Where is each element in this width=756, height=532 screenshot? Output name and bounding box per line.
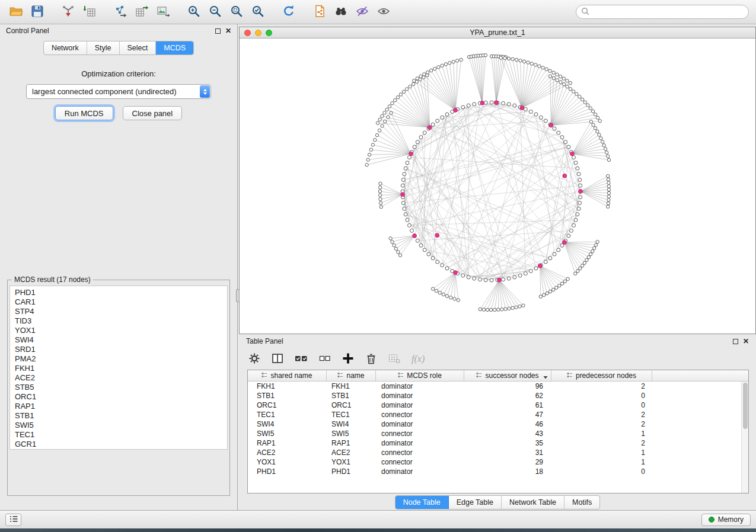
column-layout-button[interactable] xyxy=(272,352,283,366)
clear-table-button[interactable] xyxy=(388,352,400,366)
dropdown-stepper-icon xyxy=(200,85,210,98)
result-item[interactable]: SRD1 xyxy=(15,345,227,354)
table-cell: SWI5 xyxy=(248,430,327,438)
tab-mcds[interactable]: MCDS xyxy=(156,41,193,55)
table-row[interactable]: ACE2ACE2connector311 xyxy=(248,448,741,457)
result-item[interactable]: STB5 xyxy=(15,383,227,392)
close-table-panel-icon[interactable]: ✕ xyxy=(743,338,749,345)
open-file-button[interactable] xyxy=(7,3,25,21)
zoom-in-button[interactable] xyxy=(185,3,203,21)
network-document-button[interactable] xyxy=(311,3,328,21)
column-header-shared-name[interactable]: shared name xyxy=(248,370,327,381)
result-item[interactable]: SWI5 xyxy=(15,421,227,430)
table-cell: dominator xyxy=(376,382,464,390)
deselect-all-button[interactable] xyxy=(319,352,331,366)
table-cell: 18 xyxy=(464,467,551,476)
zoom-selected-button[interactable] xyxy=(249,3,267,21)
export-image-button[interactable] xyxy=(154,3,172,21)
delete-entry-button[interactable] xyxy=(365,352,377,366)
sort-icon xyxy=(261,371,267,380)
save-session-button[interactable] xyxy=(28,3,46,21)
network-canvas[interactable] xyxy=(240,39,755,334)
result-item[interactable]: RAP1 xyxy=(15,402,227,411)
refresh-view-button[interactable] xyxy=(280,3,298,21)
result-item[interactable]: STB1 xyxy=(15,411,227,421)
result-item[interactable]: STP4 xyxy=(15,307,227,316)
result-item[interactable]: CAR1 xyxy=(15,297,227,307)
table-row[interactable]: YOX1YOX1connector291 xyxy=(248,457,741,467)
tab-network-table[interactable]: Network Table xyxy=(502,496,564,509)
table-scrollbar-thumb[interactable] xyxy=(743,383,748,429)
table-cell: YOX1 xyxy=(327,458,376,466)
select-all-button[interactable] xyxy=(295,352,308,366)
show-graphics-details-button[interactable] xyxy=(375,3,393,21)
run-mcds-button[interactable]: Run MCDS xyxy=(55,106,113,120)
table-row[interactable]: TEC1TEC1connector472 xyxy=(248,410,741,419)
result-item[interactable]: PMA2 xyxy=(15,354,227,364)
column-header-name[interactable]: name xyxy=(327,370,376,381)
table-row[interactable]: STB1STB1dominator620 xyxy=(248,391,741,400)
export-network-button[interactable] xyxy=(111,3,129,21)
table-row[interactable]: SWI5SWI5connector431 xyxy=(248,429,741,438)
result-item[interactable]: TID3 xyxy=(15,316,227,326)
show-panels-button[interactable] xyxy=(5,514,21,526)
search-input[interactable] xyxy=(592,8,744,16)
tab-edge-table[interactable]: Edge Table xyxy=(449,496,502,509)
table-cell: 43 xyxy=(464,430,551,438)
table-row[interactable]: FKH1FKH1dominator962 xyxy=(248,382,741,391)
function-builder-button[interactable]: f(x) xyxy=(412,354,425,364)
zoom-out-button[interactable] xyxy=(206,3,224,21)
network-view-title: YPA_prune.txt_1 xyxy=(240,28,755,37)
table-panel: Table Panel ✕ f(x) xyxy=(239,334,756,510)
table-cell: SWI5 xyxy=(327,430,376,438)
close-panel-icon[interactable]: ✕ xyxy=(225,27,231,34)
table-row[interactable]: ORC1ORC1dominator610 xyxy=(248,400,741,410)
float-table-panel-icon[interactable] xyxy=(733,339,738,344)
memory-button[interactable]: Memory xyxy=(701,514,751,526)
result-item[interactable]: SWI4 xyxy=(15,335,227,345)
table-scrollbar[interactable] xyxy=(741,382,748,493)
add-entry-button[interactable] xyxy=(342,352,354,366)
table-row[interactable]: SWI4SWI4dominator462 xyxy=(248,419,741,429)
main-toolbar xyxy=(0,0,756,24)
tab-node-table[interactable]: Node Table xyxy=(395,496,449,509)
tab-motifs[interactable]: Motifs xyxy=(564,496,599,509)
chevron-down-icon[interactable] xyxy=(543,373,548,382)
table-cell: connector xyxy=(376,448,464,457)
network-view-frame: YPA_prune.txt_1 xyxy=(239,27,756,334)
table-cell: dominator xyxy=(376,467,464,476)
result-item[interactable]: FKH1 xyxy=(15,364,227,373)
result-item[interactable]: YOX1 xyxy=(15,326,227,335)
tab-network[interactable]: Network xyxy=(44,41,87,55)
column-header-mcds-role[interactable]: MCDS role xyxy=(376,370,464,381)
close-panel-button[interactable]: Close panel xyxy=(123,106,183,120)
tab-select[interactable]: Select xyxy=(120,41,157,55)
search-icon xyxy=(581,7,589,17)
column-header-predecessor-nodes[interactable]: predecessor nodes xyxy=(551,370,652,381)
table-row[interactable]: PHD1PHD1dominator180 xyxy=(248,467,741,476)
table-row[interactable]: RAP1RAP1dominator352 xyxy=(248,438,741,448)
result-item[interactable]: GCR1 xyxy=(15,440,227,449)
hide-graphics-details-button[interactable] xyxy=(353,3,371,21)
result-item[interactable]: TEC1 xyxy=(15,430,227,440)
import-table-button[interactable] xyxy=(81,3,98,21)
float-panel-icon[interactable] xyxy=(215,28,221,34)
tab-style[interactable]: Style xyxy=(87,41,120,55)
result-item[interactable]: ACE2 xyxy=(15,373,227,383)
search-network-button[interactable] xyxy=(332,3,350,21)
zoom-fit-button[interactable] xyxy=(228,3,245,21)
search-box[interactable] xyxy=(576,5,749,19)
application-window: Control Panel ✕ Network Style Select MCD… xyxy=(0,0,756,532)
table-settings-button[interactable] xyxy=(248,352,260,366)
result-item[interactable]: PHD1 xyxy=(15,288,227,297)
panel-splitter-handle[interactable] xyxy=(236,289,240,302)
import-network-button[interactable] xyxy=(59,3,77,21)
control-panel-title: Control Panel xyxy=(6,27,49,35)
export-table-button[interactable] xyxy=(133,3,151,21)
column-header-successor-nodes[interactable]: successor nodes xyxy=(464,370,551,381)
mcds-result-list[interactable]: PHD1CAR1STP4TID3YOX1SWI4SRD1PMA2FKH1ACE2… xyxy=(9,286,228,450)
result-item[interactable]: ORC1 xyxy=(15,392,227,402)
table-cell: TEC1 xyxy=(327,411,376,419)
optimization-criterion-dropdown[interactable]: largest connected component (undirected) xyxy=(26,84,211,99)
export-table-icon xyxy=(135,4,149,20)
